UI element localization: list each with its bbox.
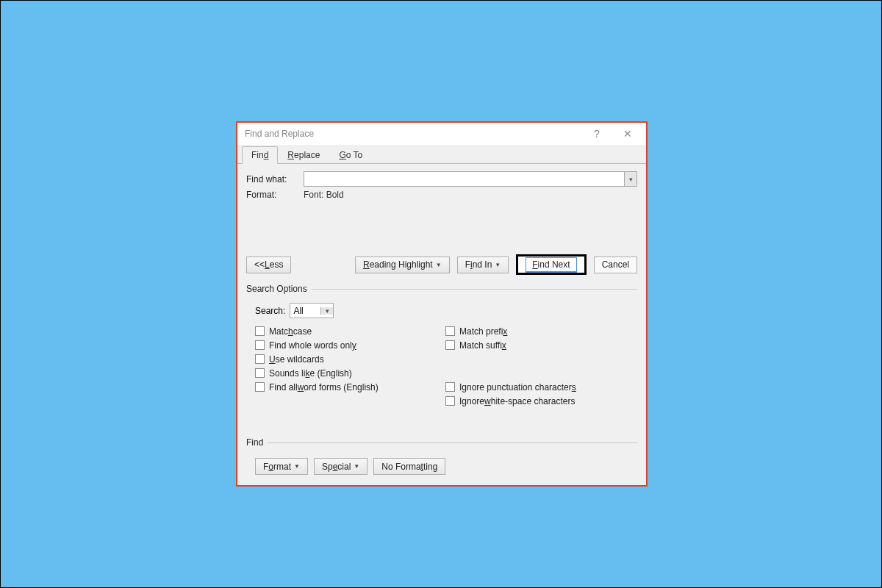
- find-in-button[interactable]: Find In▼: [457, 257, 509, 273]
- tab-find[interactable]: Find: [242, 146, 278, 164]
- search-options-group: Search Options Search: All ▾ Match case …: [246, 284, 637, 429]
- close-button[interactable]: ✕: [612, 123, 643, 144]
- search-direction-label: Search:: [255, 306, 285, 316]
- caret-down-icon: ▼: [436, 262, 442, 268]
- less-button[interactable]: << Less: [246, 257, 291, 273]
- format-value: Font: Bold: [304, 190, 344, 200]
- caret-down-icon: ▼: [294, 463, 300, 470]
- caret-down-icon: ▼: [354, 463, 359, 470]
- find-what-label: Find what:: [246, 174, 304, 184]
- main-button-row: << Less Reading Highlight▼ Find In▼ Find…: [246, 254, 637, 275]
- match-suffix-checkbox[interactable]: Match suffix: [445, 338, 636, 352]
- sounds-like-checkbox[interactable]: Sounds like (English): [255, 366, 445, 380]
- ignore-whitespace-checkbox[interactable]: Ignore white-space characters: [445, 394, 636, 408]
- options-left-col: Match case Find whole words only Use wil…: [248, 324, 445, 408]
- help-button[interactable]: ?: [581, 123, 612, 144]
- spacer: [246, 200, 637, 251]
- options-columns: Match case Find whole words only Use wil…: [248, 324, 636, 408]
- format-button[interactable]: Format▼: [255, 458, 308, 475]
- reading-highlight-button[interactable]: Reading Highlight▼: [355, 257, 450, 273]
- find-group: Find Format▼ Special▼ No Formatting: [246, 437, 637, 476]
- special-button[interactable]: Special▼: [314, 458, 368, 475]
- match-prefix-checkbox[interactable]: Match prefix: [445, 324, 636, 338]
- search-options-legend: Search Options: [246, 284, 312, 294]
- caret-down-icon: ▾: [320, 307, 333, 315]
- ignore-punctuation-checkbox[interactable]: Ignore punctuation characters: [445, 380, 636, 394]
- search-direction-select[interactable]: All ▾: [290, 303, 334, 318]
- no-formatting-button[interactable]: No Formatting: [373, 458, 445, 475]
- word-forms-checkbox[interactable]: Find all word forms (English): [255, 380, 445, 394]
- search-direction-row: Search: All ▾: [255, 303, 636, 318]
- whole-words-checkbox[interactable]: Find whole words only: [255, 338, 445, 352]
- format-row: Format: Font: Bold: [246, 190, 637, 200]
- wildcards-checkbox[interactable]: Use wildcards: [255, 352, 445, 366]
- caret-down-icon: ▼: [495, 262, 501, 268]
- find-group-buttons: Format▼ Special▼ No Formatting: [248, 458, 636, 475]
- dialog-title: Find and Replace: [245, 129, 581, 139]
- find-what-row: Find what: ▾: [246, 171, 637, 187]
- options-right-col: Match prefix Match suffix Ignore punctua…: [445, 324, 636, 408]
- cancel-button[interactable]: Cancel: [594, 257, 637, 273]
- tabstrip: Find Replace Go To: [237, 145, 646, 164]
- find-what-combo[interactable]: ▾: [304, 171, 637, 187]
- find-next-button[interactable]: Find Next: [516, 254, 586, 275]
- page-frame: Find and Replace ? ✕ Find Replace Go To …: [0, 0, 882, 588]
- find-group-legend: Find: [246, 437, 268, 448]
- find-what-dropdown-icon[interactable]: ▾: [624, 172, 637, 186]
- match-case-checkbox[interactable]: Match case: [255, 324, 445, 338]
- search-direction-value: All: [290, 306, 320, 316]
- titlebar: Find and Replace ? ✕: [237, 123, 646, 145]
- format-label: Format:: [246, 190, 304, 200]
- dialog-body: Find Replace Go To Find what: ▾ Format: …: [237, 145, 646, 485]
- tab-goto[interactable]: Go To: [329, 146, 372, 164]
- find-what-input[interactable]: [304, 172, 624, 186]
- find-replace-dialog: Find and Replace ? ✕ Find Replace Go To …: [236, 121, 648, 487]
- tab-replace[interactable]: Replace: [278, 146, 329, 164]
